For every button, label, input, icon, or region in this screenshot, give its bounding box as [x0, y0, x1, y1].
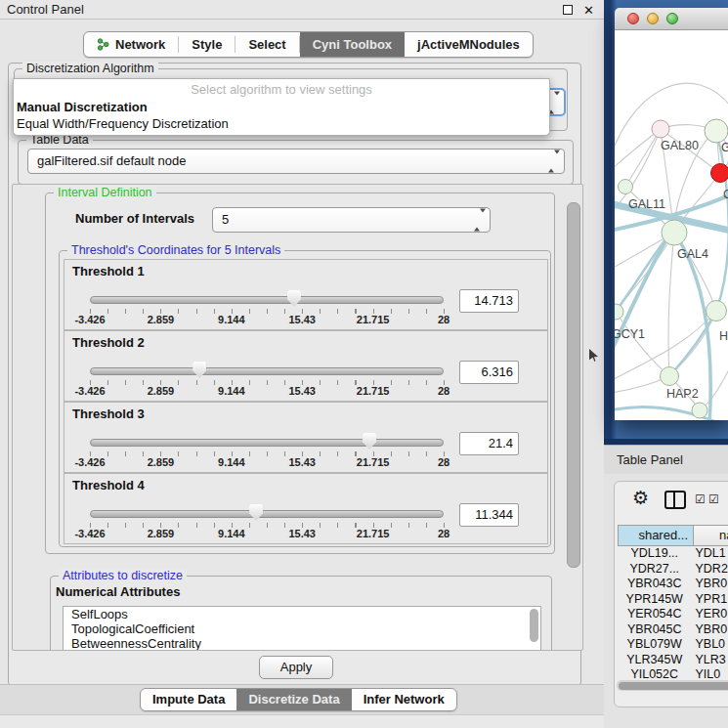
- tab-discretize-data[interactable]: Discretize Data: [236, 689, 351, 710]
- slider-tick-labels: -3.4262.8599.14415.4321.71528: [90, 456, 444, 469]
- column-header-shared-name[interactable]: shared...: [618, 525, 694, 546]
- table-row[interactable]: YDL19...YDL1: [618, 546, 728, 562]
- gear-icon[interactable]: ⚙: [632, 487, 649, 508]
- network-window-titlebar[interactable]: [615, 8, 728, 30]
- tab-impute-data[interactable]: Impute Data: [141, 689, 236, 710]
- checkbox-icon[interactable]: ☑: [708, 492, 719, 506]
- cell-name[interactable]: YPR1: [691, 592, 728, 608]
- threshold-2-slider[interactable]: [90, 362, 444, 379]
- tab-style[interactable]: Style: [179, 32, 235, 57]
- cell-shared-name[interactable]: YBL079W: [618, 637, 691, 653]
- cell-shared-name[interactable]: YBR045C: [618, 622, 691, 638]
- cell-name[interactable]: YDL1: [691, 546, 728, 562]
- minimize-traffic-light-icon[interactable]: [647, 13, 659, 24]
- slider-tick-labels: -3.4262.8599.14415.4321.71528: [90, 528, 444, 540]
- tick-label: 9.144: [218, 456, 245, 468]
- cell-shared-name[interactable]: YER054C: [618, 607, 691, 622]
- slider-track: [90, 510, 444, 518]
- network-node-gcy1[interactable]: [615, 304, 623, 320]
- tick-label: 21.715: [357, 528, 390, 539]
- threshold-4-slider[interactable]: [90, 504, 444, 522]
- network-node-gal11[interactable]: [619, 180, 633, 194]
- slider-handle[interactable]: [287, 290, 301, 307]
- zoom-traffic-light-icon[interactable]: [666, 13, 678, 24]
- tick-label: 9.144: [218, 385, 245, 397]
- network-node-gal4[interactable]: [662, 220, 687, 245]
- attribute-list-item[interactable]: BetweennessCentrality: [64, 636, 540, 651]
- cell-name[interactable]: YER0: [691, 607, 728, 622]
- threshold-1-slider[interactable]: [90, 290, 444, 308]
- network-canvas[interactable]: GAL80GCGAL11GAL4GCY1HHAP2: [615, 30, 728, 420]
- vertical-scrollbar[interactable]: [567, 202, 580, 568]
- network-node-hap2[interactable]: [661, 367, 679, 386]
- cell-name[interactable]: YBR0: [691, 577, 728, 592]
- cell-name[interactable]: YBR0: [691, 622, 728, 638]
- table-panel-card: ⚙ ☑ ☑ shared... na YDL19...YDL1YDR27...Y…: [614, 481, 728, 707]
- apply-button[interactable]: Apply: [259, 656, 333, 679]
- table-row[interactable]: YER054CYER0: [618, 607, 728, 622]
- cell-name[interactable]: YBL0: [691, 637, 728, 653]
- number-of-intervals-combobox[interactable]: 5: [212, 207, 491, 233]
- tab-cyni-toolbox[interactable]: Cyni Toolbox: [300, 32, 405, 57]
- table-row[interactable]: YBR043CYBR0: [618, 577, 728, 592]
- network-icon: [97, 38, 109, 51]
- numerical-attributes-list[interactable]: SelfLoopsTopologicalCoefficientBetweenne…: [63, 606, 541, 651]
- tab-select[interactable]: Select: [236, 32, 298, 57]
- tick-label: 2.859: [148, 314, 175, 325]
- network-node-c[interactable]: [711, 164, 728, 183]
- network-node-gal80[interactable]: [652, 120, 669, 138]
- network-node-g[interactable]: [705, 119, 728, 143]
- attribute-list-item[interactable]: SelfLoops: [64, 607, 540, 621]
- cell-shared-name[interactable]: YDL19...: [618, 546, 691, 562]
- dropdown-option-manual-discretization[interactable]: Manual Discretization: [14, 99, 549, 115]
- cell-name[interactable]: YLR3: [691, 653, 728, 668]
- cell-name[interactable]: YDR2: [691, 562, 728, 578]
- slider-handle[interactable]: [193, 362, 206, 378]
- table-data-combobox[interactable]: galFiltered.sif default node: [27, 149, 565, 174]
- attribute-list-item[interactable]: TopologicalCoefficient: [64, 621, 540, 636]
- horizontal-scrollbar[interactable]: [617, 680, 728, 691]
- table-row[interactable]: YLR345WYLR3: [618, 653, 728, 668]
- threshold-3-slider[interactable]: [90, 433, 444, 450]
- cell-name[interactable]: YIL0: [691, 667, 728, 680]
- scrollbar-thumb[interactable]: [619, 682, 728, 690]
- network-edge: [616, 239, 665, 312]
- column-header-name[interactable]: na: [694, 525, 728, 546]
- table-row[interactable]: YPR145WYPR1: [618, 592, 728, 608]
- tab-network[interactable]: Network: [84, 32, 178, 57]
- dropdown-prompt: Select algorithm to view settings: [14, 82, 549, 99]
- slider-handle[interactable]: [249, 504, 263, 521]
- bottom-strip-lower: [0, 714, 604, 728]
- threshold-value-field[interactable]: 14.713: [459, 289, 519, 313]
- tab-infer-network[interactable]: Infer Network: [352, 689, 456, 710]
- table-row[interactable]: YBR045CYBR0: [618, 622, 728, 638]
- dropdown-option-equal-width-frequency[interactable]: Equal Width/Frequency Discretization: [14, 115, 549, 132]
- threshold-value-field[interactable]: 11.344: [459, 503, 519, 527]
- tick-label: -3.426: [74, 528, 105, 539]
- tick-label: 15.43: [288, 385, 316, 397]
- right-column: GAL80GCGAL11GAL4GCY1HHAP2 Table Panel ⚙ …: [604, 0, 728, 728]
- network-node-h[interactable]: [707, 301, 727, 321]
- table-row[interactable]: YBL079WYBL0: [618, 637, 728, 653]
- network-node[interactable]: [692, 403, 707, 418]
- cell-shared-name[interactable]: YLR345W: [618, 653, 691, 668]
- float-window-icon[interactable]: [563, 5, 573, 15]
- close-icon[interactable]: ✕: [583, 1, 594, 20]
- threshold-value-field[interactable]: 21.4: [459, 432, 519, 455]
- cell-shared-name[interactable]: YIL052C: [618, 667, 691, 680]
- tab-jactivemnodules[interactable]: jActiveMNodules: [405, 32, 533, 57]
- group-title: Attributes to discretize: [59, 569, 187, 582]
- thresholds-group: Threshold's Coordinates for 5 Intervals …: [59, 250, 551, 547]
- threshold-label: Threshold 2: [72, 335, 145, 350]
- table-row[interactable]: YDR27...YDR2: [618, 562, 728, 578]
- table-row[interactable]: YIL052CYIL0: [618, 667, 728, 680]
- list-scrollbar[interactable]: [530, 609, 538, 642]
- slider-handle[interactable]: [363, 433, 376, 450]
- split-table-icon[interactable]: [664, 491, 686, 509]
- threshold-value-field[interactable]: 6.316: [459, 361, 519, 384]
- checkbox-icon[interactable]: ☑: [695, 492, 706, 506]
- cell-shared-name[interactable]: YDR27...: [618, 562, 691, 578]
- cell-shared-name[interactable]: YBR043C: [618, 577, 691, 592]
- cell-shared-name[interactable]: YPR145W: [618, 592, 691, 608]
- close-traffic-light-icon[interactable]: [627, 13, 639, 24]
